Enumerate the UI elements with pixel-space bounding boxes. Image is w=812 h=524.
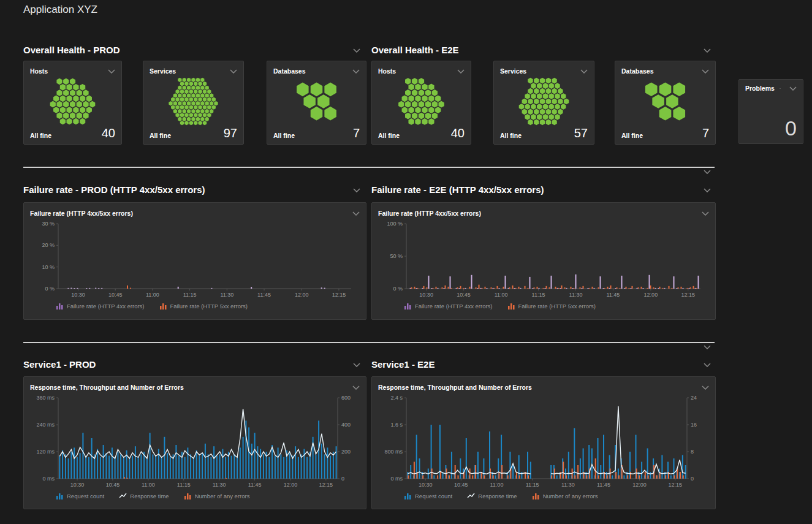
svg-text:360 ms: 360 ms xyxy=(36,395,55,401)
chevron-down-icon[interactable] xyxy=(704,48,711,53)
chevron-down-icon[interactable] xyxy=(353,188,360,192)
chevron-down-icon[interactable] xyxy=(352,385,360,390)
svg-text:200: 200 xyxy=(341,449,351,455)
svg-text:0: 0 xyxy=(341,476,344,482)
legend-item[interactable]: Number of any errors xyxy=(532,492,598,499)
bar-series-icon xyxy=(184,492,192,499)
tile-status: All fine xyxy=(500,132,522,139)
legend-label: Request count xyxy=(67,493,104,499)
svg-text:30 %: 30 % xyxy=(42,221,55,227)
svg-text:12:00: 12:00 xyxy=(644,292,658,298)
chevron-down-icon[interactable] xyxy=(352,211,360,216)
failure-rate-e2e-chart[interactable]: 0 %50 %100 %10:3010:4511:0011:1511:3011:… xyxy=(378,219,709,300)
tile-count: 40 xyxy=(102,127,115,139)
chevron-down-icon[interactable] xyxy=(353,48,360,53)
chevron-down-icon[interactable] xyxy=(702,69,709,74)
chevron-down-icon[interactable] xyxy=(704,188,711,192)
failure-rate-prod-panel[interactable]: Failure rate (HTTP 4xx/5xx errors) 0 %10… xyxy=(23,202,366,320)
chart-title: Failure rate (HTTP 4xx/5xx errors) xyxy=(378,210,481,217)
bar-series-icon xyxy=(56,492,64,499)
section-title-service-e2e: Service1 - E2E xyxy=(371,359,434,370)
legend-item[interactable]: Number of any errors xyxy=(184,492,250,499)
health-tile-hosts-e2e[interactable]: Hosts All fine 40 xyxy=(371,61,471,145)
bar-series-icon xyxy=(404,302,412,309)
svg-text:11:45: 11:45 xyxy=(248,482,262,488)
legend-item[interactable]: Failure rate (HTTP 5xx errors) xyxy=(159,302,248,309)
svg-text:2.4 s: 2.4 s xyxy=(390,395,403,401)
chart-legend: Failure rate (HTTP 4xx errors)Failure ra… xyxy=(56,300,360,312)
health-tile-databases-e2e[interactable]: Databases All fine 7 xyxy=(615,61,716,145)
chevron-down-icon[interactable] xyxy=(704,363,711,367)
svg-text:11:30: 11:30 xyxy=(220,292,233,298)
legend-item[interactable]: Request count xyxy=(56,492,104,499)
svg-text:100 %: 100 % xyxy=(387,221,403,227)
svg-text:10:30: 10:30 xyxy=(419,482,433,488)
svg-text:11:15: 11:15 xyxy=(526,482,539,488)
service1-prod-panel[interactable]: Response time, Throughput and Number of … xyxy=(23,376,366,509)
svg-text:10:30: 10:30 xyxy=(71,292,85,298)
svg-text:10:30: 10:30 xyxy=(70,482,85,488)
page-title: Application XYZ xyxy=(23,4,97,16)
legend-item[interactable]: Response time xyxy=(119,492,169,499)
problems-label: Problems xyxy=(745,85,775,92)
tile-title: Databases xyxy=(273,67,306,75)
health-tile-services-e2e[interactable]: Services All fine 57 xyxy=(493,61,594,145)
svg-text:0: 0 xyxy=(691,476,694,482)
health-tile-databases-prod[interactable]: Databases All fine 7 xyxy=(267,61,366,145)
svg-text:11:30: 11:30 xyxy=(561,482,575,488)
bar-series-icon xyxy=(56,302,64,309)
chevron-down-icon[interactable] xyxy=(352,69,360,74)
line-series-icon xyxy=(119,492,127,499)
svg-text:12:00: 12:00 xyxy=(632,482,647,488)
legend-item[interactable]: Response time xyxy=(467,492,517,499)
section-title-health-prod: Overall Health - PROD xyxy=(23,45,120,55)
tile-count: 97 xyxy=(224,127,237,139)
chevron-down-icon[interactable] xyxy=(702,385,709,390)
legend-item[interactable]: Failure rate (HTTP 4xx errors) xyxy=(404,302,493,309)
service1-e2e-chart[interactable]: 0 ms800 ms1.6 s2.4 s08162410:3010:4511:0… xyxy=(378,393,709,490)
svg-text:12:00: 12:00 xyxy=(295,292,309,298)
tile-title: Services xyxy=(500,67,526,75)
legend-item[interactable]: Failure rate (HTTP 5xx errors) xyxy=(507,302,596,309)
svg-text:50 %: 50 % xyxy=(390,253,403,259)
health-tile-services-prod[interactable]: Services All fine 97 xyxy=(143,61,244,145)
chevron-down-icon[interactable] xyxy=(702,211,709,216)
section-divider xyxy=(23,167,715,168)
svg-text:11:30: 11:30 xyxy=(569,292,583,298)
section-divider xyxy=(23,342,715,343)
problems-tile[interactable]: Problems 0 xyxy=(738,79,803,144)
svg-text:11:15: 11:15 xyxy=(183,292,197,298)
legend-item[interactable]: Failure rate (HTTP 4xx errors) xyxy=(56,302,145,309)
svg-text:0 %: 0 % xyxy=(45,286,55,292)
svg-text:20 %: 20 % xyxy=(42,242,55,248)
chart-legend: Request countResponse timeNumber of any … xyxy=(404,490,709,502)
health-tile-hosts-prod[interactable]: Hosts All fine 40 xyxy=(23,61,122,145)
failure-rate-prod-chart[interactable]: 0 %10 %20 %30 %10:3010:4511:0011:1511:30… xyxy=(30,219,360,300)
svg-text:120 ms: 120 ms xyxy=(36,449,55,455)
chevron-down-icon[interactable] xyxy=(353,363,360,367)
tile-status: All fine xyxy=(150,132,171,139)
failure-rate-e2e-panel[interactable]: Failure rate (HTTP 4xx/5xx errors) 0 %50… xyxy=(371,202,716,320)
legend-label: Failure rate (HTTP 4xx errors) xyxy=(415,303,493,309)
svg-text:11:00: 11:00 xyxy=(146,292,159,298)
service1-e2e-panel[interactable]: Response time, Throughput and Number of … xyxy=(371,376,716,509)
chevron-down-icon[interactable] xyxy=(108,69,115,74)
chevron-up-collapse-icon[interactable] xyxy=(704,345,711,349)
svg-text:10:45: 10:45 xyxy=(454,482,468,488)
tile-title: Databases xyxy=(621,67,654,75)
legend-label: Failure rate (HTTP 5xx errors) xyxy=(170,303,248,309)
bar-series-icon xyxy=(159,302,167,309)
chevron-down-icon[interactable] xyxy=(789,86,797,91)
section-title-failure-prod: Failure rate - PROD (HTTP 4xx/5xx errors… xyxy=(23,184,205,195)
honeycomb-databases-prod xyxy=(273,76,360,127)
legend-item[interactable]: Request count xyxy=(404,492,452,499)
service1-prod-chart[interactable]: 0 ms120 ms240 ms360 ms020040060010:3010:… xyxy=(30,393,360,490)
chevron-down-icon[interactable] xyxy=(230,69,237,74)
svg-text:10 %: 10 % xyxy=(42,264,55,270)
chart-title: Response time, Throughput and Number of … xyxy=(30,384,184,391)
tile-status: All fine xyxy=(378,132,400,139)
chevron-up-collapse-icon[interactable] xyxy=(704,170,711,174)
chevron-down-icon[interactable] xyxy=(457,69,465,74)
chevron-down-icon[interactable] xyxy=(580,69,588,74)
tile-status: All fine xyxy=(30,132,51,139)
